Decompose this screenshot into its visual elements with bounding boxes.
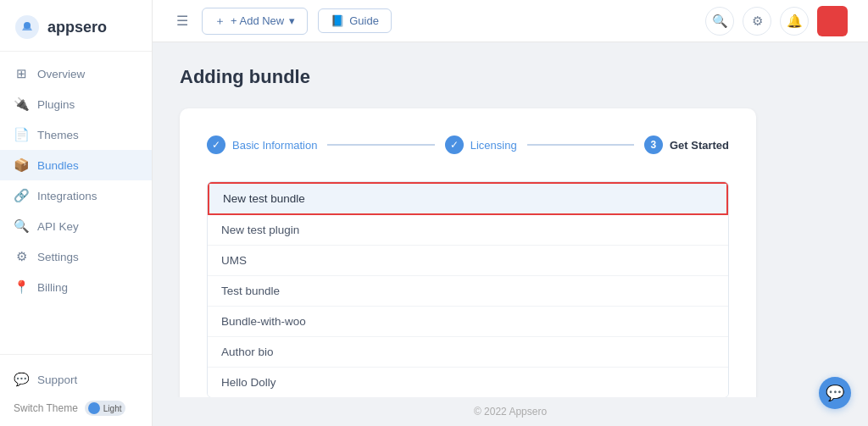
product-item-5[interactable]: Bundle-with-woo	[208, 307, 728, 337]
avatar-button[interactable]	[817, 6, 848, 36]
sidebar-label-support: Support	[37, 373, 77, 386]
product-item-7[interactable]: Hello Dolly	[208, 368, 728, 397]
sidebar-label-settings: Settings	[37, 251, 79, 263]
plugins-icon: 🔌	[14, 97, 29, 112]
sidebar-nav: ⊞ Overview 🔌 Plugins 📄 Themes 📦 Bundles …	[0, 52, 152, 354]
product-item-3[interactable]: UMS	[208, 246, 728, 276]
svg-point-1	[24, 22, 31, 29]
topbar: ☰ ＋ + Add New ▾ 📘 Guide 🔍 ⚙ 🔔	[153, 0, 868, 42]
sidebar-label-overview: Overview	[37, 68, 85, 80]
sidebar-item-overview[interactable]: ⊞ Overview	[0, 58, 152, 89]
guide-label: Guide	[349, 14, 379, 27]
sidebar-label-api-key: API Key	[37, 220, 79, 233]
hamburger-button[interactable]: ☰	[173, 9, 192, 32]
billing-icon: 📍	[14, 279, 29, 295]
footer-text: © 2022 Appsero	[474, 406, 547, 418]
search-icon: 🔍	[712, 14, 728, 29]
add-new-button[interactable]: ＋ + Add New ▾	[202, 8, 308, 35]
page-title: Adding bundle	[180, 66, 841, 88]
toggle-thumb	[88, 402, 100, 414]
step-label-licensing: Licensing	[470, 139, 517, 152]
support-icon: 💬	[14, 372, 29, 387]
sidebar-label-themes: Themes	[37, 129, 79, 141]
settings-button[interactable]: ⚙	[743, 7, 771, 36]
sidebar-item-plugins[interactable]: 🔌 Plugins	[0, 89, 152, 119]
sidebar-label-billing: Billing	[37, 281, 68, 294]
sidebar-item-settings[interactable]: ⚙ Settings	[0, 241, 152, 272]
add-new-arrow-icon: ▾	[289, 14, 295, 27]
topbar-right: 🔍 ⚙ 🔔	[705, 6, 848, 36]
wizard-steps: ✓ Basic Information ✓ Licensing 3 Get St…	[207, 136, 729, 154]
step-line-2	[527, 144, 634, 146]
sidebar-label-integrations: Integrations	[37, 190, 97, 202]
product-item-2[interactable]: New test plugin	[208, 215, 728, 246]
theme-toggle-switch[interactable]: Light	[85, 401, 125, 416]
sidebar-item-bundles[interactable]: 📦 Bundles	[0, 150, 152, 180]
api-key-icon: 🔍	[14, 219, 29, 234]
step-check-basic-info: ✓	[207, 136, 225, 154]
step-get-started: 3 Get Started	[644, 136, 729, 154]
step-licensing: ✓ Licensing	[445, 136, 517, 154]
step-number-get-started: 3	[644, 136, 663, 154]
settings-icon: ⚙	[14, 249, 29, 264]
sidebar-logo: appsero	[0, 0, 152, 52]
step-basic-info: ✓ Basic Information	[207, 136, 317, 154]
main-content: ☰ ＋ + Add New ▾ 📘 Guide 🔍 ⚙ 🔔	[153, 0, 868, 426]
bell-icon: 🔔	[787, 14, 803, 29]
sidebar-item-themes[interactable]: 📄 Themes	[0, 119, 152, 150]
notifications-button[interactable]: 🔔	[780, 7, 809, 36]
sidebar: appsero ⊞ Overview 🔌 Plugins 📄 Themes 📦 …	[0, 0, 153, 426]
theme-toggle-row: Switch Theme Light	[14, 394, 138, 416]
integrations-icon: 🔗	[14, 188, 29, 203]
chat-icon: 💬	[826, 384, 844, 402]
add-new-label: + Add New	[231, 14, 284, 27]
product-dropdown-wrapper: New test bundle New test plugin UMS Test…	[207, 181, 729, 397]
sidebar-item-integrations[interactable]: 🔗 Integrations	[0, 180, 152, 211]
step-label-get-started: Get Started	[670, 139, 729, 152]
topbar-left: ☰ ＋ + Add New ▾ 📘 Guide	[173, 8, 392, 35]
appsero-logo-icon	[14, 14, 41, 41]
product-item-6[interactable]: Author bio	[208, 337, 728, 368]
overview-icon: ⊞	[14, 66, 29, 81]
chat-bubble-button[interactable]: 💬	[819, 377, 851, 409]
step-line-1	[327, 144, 434, 146]
app-name: appsero	[47, 19, 107, 36]
theme-toggle-label: Switch Theme	[14, 402, 78, 414]
guide-book-icon: 📘	[331, 14, 344, 27]
add-new-plus-icon: ＋	[214, 14, 225, 29]
step-check-licensing: ✓	[445, 136, 464, 154]
step-label-basic-info: Basic Information	[232, 139, 317, 152]
sidebar-label-plugins: Plugins	[37, 98, 75, 111]
sidebar-item-support[interactable]: 💬 Support	[14, 365, 138, 394]
theme-toggle-value: Light	[103, 404, 122, 413]
content-area: Adding bundle ✓ Basic Information ✓ Lice…	[153, 42, 868, 397]
product-item-1[interactable]: New test bundle	[208, 182, 728, 215]
sidebar-footer: 💬 Support Switch Theme Light	[0, 354, 152, 426]
sidebar-item-api-key[interactable]: 🔍 API Key	[0, 211, 152, 241]
search-button[interactable]: 🔍	[705, 7, 734, 36]
bundles-icon: 📦	[14, 158, 29, 173]
sidebar-item-billing[interactable]: 📍 Billing	[0, 272, 152, 302]
footer: © 2022 Appsero	[153, 397, 868, 426]
wizard-card: ✓ Basic Information ✓ Licensing 3 Get St…	[180, 108, 756, 397]
product-item-4[interactable]: Test bundle	[208, 276, 728, 307]
themes-icon: 📄	[14, 127, 29, 142]
product-list: New test bundle New test plugin UMS Test…	[207, 181, 729, 397]
sidebar-label-bundles: Bundles	[37, 159, 79, 172]
guide-button[interactable]: 📘 Guide	[318, 8, 392, 33]
gear-icon: ⚙	[752, 14, 763, 29]
